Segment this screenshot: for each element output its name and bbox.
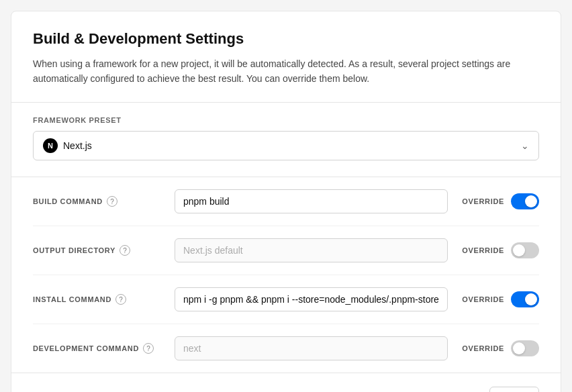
build-command-label: BUILD COMMAND bbox=[33, 197, 103, 205]
output-directory-toggle-thumb bbox=[513, 244, 525, 256]
footer: Learn more about Build and Development S… bbox=[33, 376, 539, 392]
build-command-override-label: OVERRIDE bbox=[462, 197, 504, 205]
build-command-toggle[interactable] bbox=[511, 193, 539, 209]
build-command-input-wrapper bbox=[175, 189, 448, 213]
development-command-help-icon[interactable]: ? bbox=[143, 343, 154, 354]
framework-label: FRAMEWORK PRESET bbox=[33, 116, 539, 124]
page-title: Build & Development Settings bbox=[33, 30, 539, 48]
build-command-override-wrapper: OVERRIDE bbox=[459, 193, 539, 209]
install-command-override-wrapper: OVERRIDE bbox=[459, 291, 539, 307]
settings-card: Build & Development Settings When using … bbox=[11, 11, 561, 392]
development-command-override-label: OVERRIDE bbox=[462, 344, 504, 352]
settings-row-development-command: DEVELOPMENT COMMAND?OVERRIDE bbox=[33, 324, 539, 373]
settings-row-output-directory: OUTPUT DIRECTORY?OVERRIDE bbox=[33, 226, 539, 275]
output-directory-override-label: OVERRIDE bbox=[462, 246, 504, 254]
framework-select-wrapper: N Next.js ⌄ bbox=[33, 131, 539, 160]
output-directory-override-wrapper: OVERRIDE bbox=[459, 242, 539, 258]
install-command-input[interactable] bbox=[175, 287, 448, 311]
settings-rows: BUILD COMMAND?OVERRIDEOUTPUT DIRECTORY?O… bbox=[33, 177, 539, 373]
output-directory-toggle[interactable] bbox=[511, 242, 539, 258]
development-command-input-wrapper bbox=[175, 336, 448, 360]
install-command-toggle-thumb bbox=[525, 293, 537, 305]
framework-select[interactable]: N Next.js ⌄ bbox=[33, 131, 539, 160]
install-command-toggle[interactable] bbox=[511, 291, 539, 307]
nextjs-logo: N bbox=[43, 138, 58, 153]
build-command-label-wrapper: BUILD COMMAND? bbox=[33, 196, 164, 207]
framework-select-left: N Next.js bbox=[43, 138, 92, 153]
build-command-toggle-track bbox=[511, 193, 539, 209]
settings-row-build-command: BUILD COMMAND?OVERRIDE bbox=[33, 177, 539, 226]
install-command-label-wrapper: INSTALL COMMAND? bbox=[33, 294, 164, 305]
chevron-down-icon: ⌄ bbox=[521, 140, 529, 151]
output-directory-help-icon[interactable]: ? bbox=[120, 245, 130, 256]
footer-divider bbox=[11, 373, 561, 373]
output-directory-input bbox=[175, 238, 448, 262]
development-command-label-wrapper: DEVELOPMENT COMMAND? bbox=[33, 343, 164, 354]
output-directory-toggle-track bbox=[511, 242, 539, 258]
build-command-input[interactable] bbox=[175, 189, 448, 213]
build-command-help-icon[interactable]: ? bbox=[107, 196, 117, 207]
install-command-toggle-track bbox=[511, 291, 539, 307]
development-command-toggle-thumb bbox=[513, 342, 525, 354]
build-command-toggle-thumb bbox=[525, 195, 537, 207]
install-command-input-wrapper bbox=[175, 287, 448, 311]
install-command-override-label: OVERRIDE bbox=[462, 295, 504, 303]
page-description: When using a framework for a new project… bbox=[33, 57, 539, 86]
settings-row-install-command: INSTALL COMMAND?OVERRIDE bbox=[33, 275, 539, 324]
development-command-input bbox=[175, 336, 448, 360]
framework-selected-value: Next.js bbox=[63, 140, 92, 151]
development-command-label: DEVELOPMENT COMMAND bbox=[33, 344, 139, 352]
development-command-override-wrapper: OVERRIDE bbox=[459, 340, 539, 356]
install-command-label: INSTALL COMMAND bbox=[33, 295, 111, 303]
install-command-help-icon[interactable]: ? bbox=[115, 294, 126, 305]
output-directory-label: OUTPUT DIRECTORY bbox=[33, 246, 115, 254]
save-button[interactable]: Save bbox=[489, 387, 539, 392]
output-directory-label-wrapper: OUTPUT DIRECTORY? bbox=[33, 245, 164, 256]
divider-top bbox=[11, 102, 561, 103]
output-directory-input-wrapper bbox=[175, 238, 448, 262]
development-command-toggle[interactable] bbox=[511, 340, 539, 356]
development-command-toggle-track bbox=[511, 340, 539, 356]
